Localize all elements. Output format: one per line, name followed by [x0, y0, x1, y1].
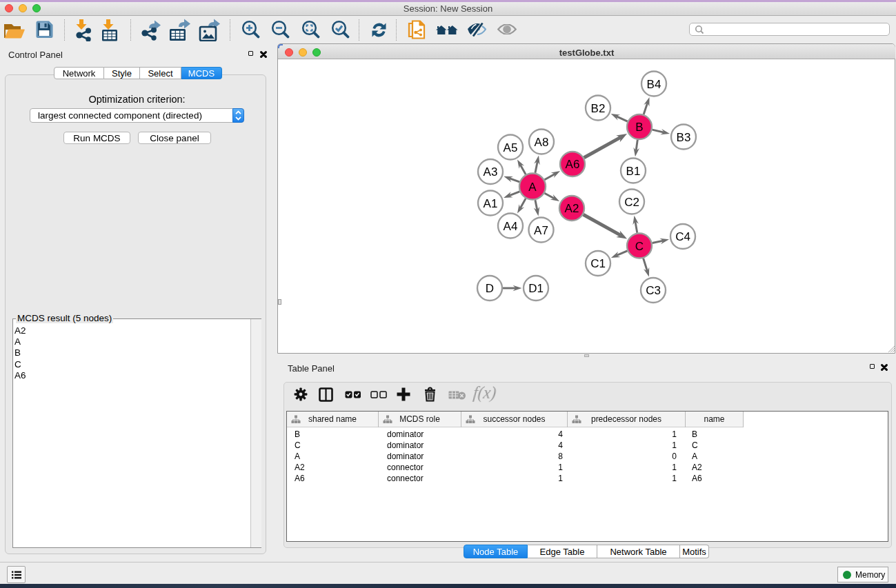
svg-text:A: A [528, 181, 537, 194]
svg-text:B1: B1 [626, 165, 641, 178]
svg-text:A6: A6 [566, 158, 580, 171]
svg-text:A8: A8 [535, 136, 549, 149]
svg-text:C4: C4 [675, 230, 690, 243]
svg-text:B2: B2 [591, 102, 606, 115]
svg-text:B4: B4 [647, 78, 661, 91]
svg-text:C3: C3 [646, 284, 661, 297]
svg-text:A3: A3 [484, 165, 498, 179]
svg-text:D1: D1 [528, 282, 544, 295]
svg-text:A7: A7 [534, 224, 548, 237]
svg-text:B: B [635, 121, 643, 134]
svg-text:C2: C2 [624, 196, 639, 209]
svg-text:B3: B3 [677, 131, 691, 144]
svg-text:A5: A5 [504, 141, 518, 154]
svg-text:A1: A1 [484, 197, 498, 210]
svg-text:C1: C1 [590, 257, 606, 270]
svg-text:A4: A4 [504, 220, 518, 233]
svg-text:D: D [486, 282, 494, 295]
svg-text:C: C [635, 240, 644, 253]
svg-text:A2: A2 [565, 202, 579, 215]
